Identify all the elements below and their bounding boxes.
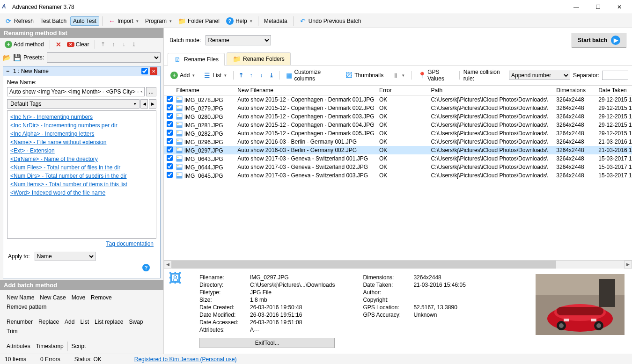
tag-link[interactable]: <Inc Alpha> - Incrementing letters [10, 130, 153, 138]
move-top-button[interactable]: ⤒ [99, 40, 107, 49]
method-close-button[interactable]: ✕ [150, 67, 157, 75]
batch-method-replace[interactable]: Replace [36, 317, 62, 327]
table-row[interactable]: IMG_0279.JPGAuto show 2015-12 - Copenhag… [164, 104, 632, 112]
scroll-right-button[interactable]: ▶ [624, 261, 632, 269]
row-checkbox[interactable] [167, 163, 173, 169]
horizontal-scrollbar[interactable]: ◀ ▶ [164, 260, 632, 268]
tag-documentation-link[interactable]: Tag documentation [106, 240, 154, 248]
method-header[interactable]: 1 : New Name ✕ [3, 66, 160, 76]
batch-method-new-name[interactable]: New Name [4, 293, 37, 302]
batch-method-timestamp[interactable]: Timestamp [33, 342, 66, 351]
file-move-bottom-button[interactable]: ⤓ [268, 71, 275, 80]
column-header[interactable]: Date Taken [595, 86, 632, 95]
folder-panel-button[interactable]: 📁Folder Panel [176, 16, 222, 26]
delete-method-button[interactable]: ✕ [54, 40, 63, 49]
collision-rule-select[interactable]: Append number [509, 71, 570, 80]
apply-to-select[interactable]: Name [35, 252, 96, 261]
presets-select[interactable] [47, 52, 161, 63]
batch-method-renumber[interactable]: Renumber [4, 317, 36, 327]
file-move-up-button[interactable]: ↑ [248, 71, 255, 80]
tag-link[interactable]: <Num Files> - Total number of files in t… [10, 163, 153, 172]
batch-mode-select[interactable]: Rename [206, 35, 271, 45]
program-button[interactable]: Program [142, 16, 175, 26]
test-batch-button[interactable]: Test Batch [37, 16, 69, 26]
row-checkbox[interactable] [167, 104, 173, 110]
batch-method-list-replace[interactable]: List replace [92, 317, 126, 327]
batch-method-list[interactable]: List [77, 317, 92, 327]
batch-method-remove[interactable]: Remove [88, 293, 115, 302]
table-row[interactable]: IMG_0280.JPGAuto show 2015-12 - Copenhag… [164, 112, 632, 121]
column-header[interactable]: Error [376, 86, 428, 95]
customize-columns-button[interactable]: ▦Customize columns [283, 67, 340, 83]
exiftool-button[interactable]: ExifTool... [199, 338, 335, 348]
batch-method-new-case[interactable]: New Case [37, 293, 68, 302]
file-list-button[interactable]: ☰List [200, 70, 229, 80]
clear-methods-button[interactable]: ✕Clear [65, 40, 91, 49]
tag-link[interactable]: <DirName> - Name of the directory [10, 155, 153, 163]
batch-method-trim[interactable]: Trim [4, 327, 21, 336]
tab-rename-folders[interactable]: 📁Rename Folders [227, 52, 291, 65]
batch-method-move[interactable]: Move [69, 293, 88, 302]
collapse-icon[interactable] [6, 68, 11, 74]
file-table[interactable]: FilenameNew FilenameErrorPathDimensionsD… [164, 86, 632, 260]
row-checkbox[interactable] [167, 130, 173, 136]
scroll-left-button[interactable]: ◀ [164, 261, 172, 269]
tab-rename-files[interactable]: 🗎Rename Files [168, 53, 225, 66]
tags-prev-button[interactable]: ◀ [140, 99, 148, 109]
open-preset-icon[interactable]: 📂 [3, 54, 10, 61]
separator-input[interactable] [602, 71, 628, 80]
pattern-input[interactable] [7, 87, 145, 96]
add-method-button[interactable]: +Add method [3, 40, 46, 49]
file-move-top-button[interactable]: ⤒ [237, 71, 245, 80]
tags-category-select[interactable]: Default Tags▾ [7, 99, 140, 109]
table-row[interactable]: IMG_0297.JPGAuto show 2016-03 - Berlin -… [164, 146, 632, 154]
table-row[interactable]: IMG_0644.JPGAuto show 2017-03 - Geneva -… [164, 163, 632, 171]
pattern-browse-button[interactable]: ... [146, 87, 156, 96]
tag-link[interactable]: <Name> - File name without extension [10, 138, 153, 146]
import-button[interactable]: ←Import [105, 16, 141, 26]
file-add-button[interactable]: +Add [168, 70, 198, 80]
move-bottom-button[interactable]: ⤓ [130, 40, 138, 49]
batch-method-remove-pattern[interactable]: Remove pattern [4, 302, 49, 312]
table-row[interactable]: IMG_0645.JPGAuto show 2017-03 - Geneva -… [164, 171, 632, 180]
tag-link[interactable]: <Num Items> - Total number of items in t… [10, 180, 153, 189]
tag-list[interactable]: <Inc Nr> - Incrementing numbers<Inc NrDi… [7, 110, 156, 239]
column-header[interactable]: Filename [173, 86, 235, 95]
save-preset-icon[interactable]: 💾 [13, 54, 21, 61]
tag-link[interactable]: <Num Dirs> - Total number of subdirs in … [10, 172, 153, 180]
row-checkbox[interactable] [167, 113, 173, 119]
batch-method-script[interactable]: Script [69, 342, 89, 351]
columns-more-button[interactable]: ⫴ [389, 70, 407, 80]
table-row[interactable]: IMG_0281.JPGAuto show 2015-12 - Copenhag… [164, 121, 632, 129]
method-enabled-checkbox[interactable] [141, 68, 148, 74]
table-row[interactable]: IMG_0643.JPGAuto show 2017-03 - Geneva -… [164, 154, 632, 163]
batch-method-attributes[interactable]: Attributes [4, 342, 33, 351]
tag-link[interactable]: <Inc Nr> - Incrementing numbers [10, 113, 153, 121]
column-header[interactable]: Path [428, 86, 553, 95]
metadata-button[interactable]: Metadata [261, 16, 290, 26]
tag-link[interactable]: <Inc NrDir> - Incrementing numbers per d… [10, 121, 153, 130]
table-row[interactable]: IMG_0296.JPGAuto show 2016-03 - Berlin -… [164, 138, 632, 146]
row-checkbox[interactable] [167, 172, 173, 178]
batch-method-swap[interactable]: Swap [126, 317, 146, 327]
method-help-icon[interactable]: ? [142, 264, 150, 271]
registered-link[interactable]: Registered to Kim Jensen (Personal use) [134, 356, 237, 363]
tag-link[interactable]: <Word> Indexed word of the file name [10, 189, 153, 197]
start-batch-button[interactable]: Start batch ▶ [572, 33, 626, 48]
row-checkbox[interactable] [167, 155, 173, 161]
batch-method-add[interactable]: Add [62, 317, 77, 327]
undo-previous-batch-button[interactable]: ↶Undo Previous Batch [296, 16, 364, 26]
row-checkbox[interactable] [167, 146, 173, 153]
file-move-down-button[interactable]: ↓ [257, 71, 265, 80]
refresh-button[interactable]: ⟳Refresh [2, 16, 37, 26]
move-up-button[interactable]: ↑ [109, 40, 118, 49]
row-checkbox[interactable] [167, 121, 173, 127]
minimize-button[interactable]: — [566, 0, 587, 14]
tags-next-button[interactable]: ▶ [149, 99, 156, 109]
tag-link[interactable]: <Ext> - Extension [10, 146, 153, 155]
auto-test-button[interactable]: Auto Test [70, 16, 99, 26]
move-down-button[interactable]: ↓ [119, 40, 128, 49]
help-button[interactable]: ?Help [223, 16, 255, 26]
thumbnails-button[interactable]: 🖼Thumbnails [342, 70, 386, 80]
table-row[interactable]: IMG_0282.JPGAuto show 2015-12 - Copenhag… [164, 129, 632, 138]
